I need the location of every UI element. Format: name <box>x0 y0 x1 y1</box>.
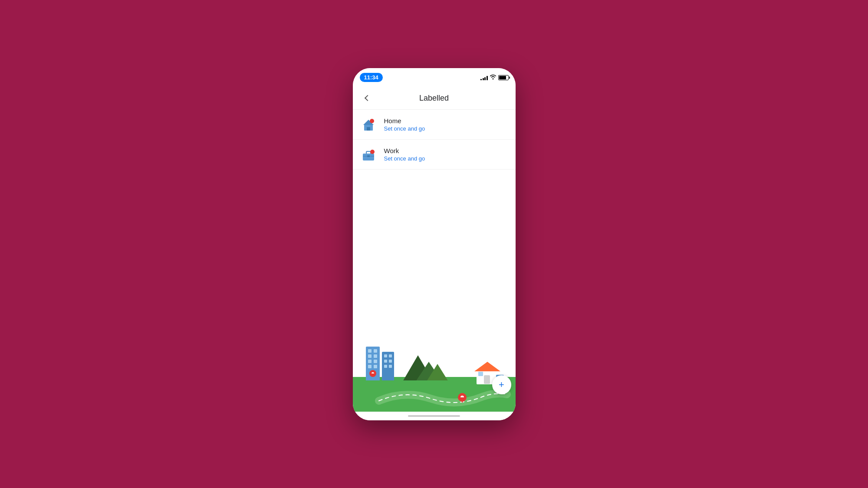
empty-content <box>353 170 516 342</box>
status-icons <box>480 75 509 81</box>
svg-rect-21 <box>384 360 387 363</box>
back-button[interactable] <box>360 90 375 106</box>
status-bar: 11:34 <box>353 68 516 87</box>
work-list-item[interactable]: Work Set once and go <box>353 140 516 170</box>
work-item-subtitle: Set once and go <box>384 155 425 162</box>
work-item-title: Work <box>384 147 425 154</box>
home-item-text: Home Set once and go <box>384 117 425 132</box>
svg-rect-12 <box>368 354 372 358</box>
svg-rect-22 <box>389 360 392 363</box>
svg-rect-6 <box>367 155 370 157</box>
svg-rect-10 <box>368 349 372 353</box>
add-label-fab[interactable]: + <box>492 375 511 394</box>
page-title: Labelled <box>375 94 493 103</box>
home-item-title: Home <box>384 117 425 124</box>
svg-rect-17 <box>374 365 377 368</box>
svg-rect-11 <box>374 349 377 353</box>
svg-rect-23 <box>384 365 387 368</box>
svg-rect-14 <box>368 360 372 363</box>
svg-rect-13 <box>374 354 377 358</box>
svg-rect-15 <box>374 360 377 363</box>
svg-rect-16 <box>368 365 372 368</box>
wifi-icon <box>490 75 496 81</box>
bottom-illustration: + <box>353 342 516 412</box>
svg-rect-35 <box>478 372 483 376</box>
svg-rect-19 <box>384 354 387 357</box>
home-item-subtitle: Set once and go <box>384 125 425 132</box>
home-indicator <box>353 412 516 420</box>
home-icon <box>360 116 377 133</box>
svg-rect-24 <box>389 365 392 368</box>
content-area: Home Set once and go <box>353 110 516 420</box>
signal-icon <box>480 75 488 80</box>
home-list-item[interactable]: Home Set once and go <box>353 110 516 140</box>
svg-rect-2 <box>367 127 370 131</box>
svg-rect-18 <box>382 352 394 381</box>
svg-point-7 <box>370 150 375 154</box>
illustration-svg <box>353 342 516 412</box>
phone-frame: 11:34 Labelled <box>353 68 516 420</box>
home-bar <box>408 415 460 417</box>
svg-rect-20 <box>389 354 392 357</box>
back-chevron-icon <box>364 95 370 101</box>
svg-rect-34 <box>484 375 490 384</box>
svg-point-3 <box>370 119 374 123</box>
battery-icon <box>498 75 509 80</box>
status-time: 11:34 <box>360 73 383 82</box>
header: Labelled <box>353 87 516 110</box>
work-icon <box>360 146 377 163</box>
work-item-text: Work Set once and go <box>384 147 425 162</box>
plus-icon: + <box>499 380 504 390</box>
